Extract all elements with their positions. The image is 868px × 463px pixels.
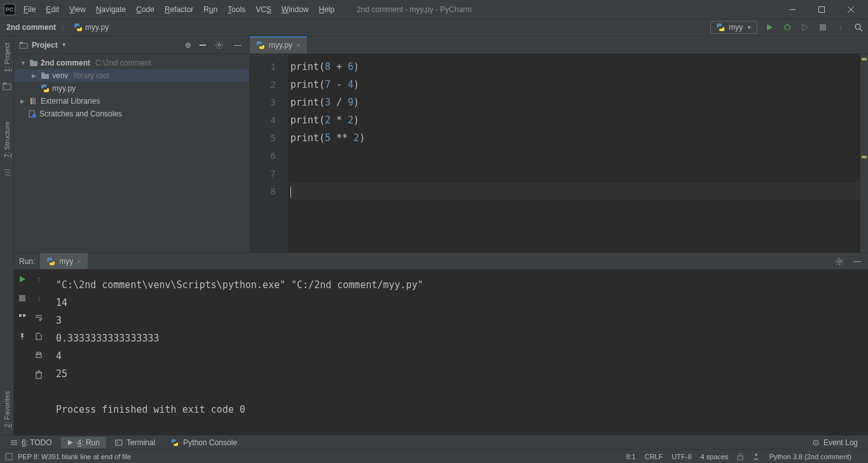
main-area: 1: Project 7: Structure 2: Favorites Pro… xyxy=(0,36,868,435)
breadcrumb: 2nd comment 〉 myy.py xyxy=(4,22,111,33)
run-bottom-tab[interactable]: 4: Run xyxy=(61,437,106,448)
debug-button[interactable] xyxy=(782,22,793,33)
python-interpreter[interactable]: Python 3.8 (2nd comment) xyxy=(769,453,851,460)
minimize-button[interactable] xyxy=(778,0,807,18)
console-line: 25 xyxy=(56,365,859,383)
readonly-toggle-icon[interactable] xyxy=(737,453,743,460)
scroll-down-button[interactable]: ↓ xyxy=(33,293,44,304)
event-log-tab[interactable]: Event Log xyxy=(806,437,864,448)
libraries-icon xyxy=(29,97,38,106)
panel-settings-button[interactable] xyxy=(215,41,227,50)
menu-tools[interactable]: Tools xyxy=(223,3,250,17)
run-with-coverage-button[interactable] xyxy=(799,22,811,33)
close-tab-icon[interactable]: × xyxy=(296,41,300,49)
stop-button[interactable] xyxy=(817,22,829,33)
menu-file[interactable]: File xyxy=(19,3,40,17)
hide-panel-button[interactable]: — xyxy=(231,41,244,50)
titlebar: PC File Edit View Navigate Code Refactor… xyxy=(0,0,868,18)
svg-marker-47 xyxy=(68,440,73,445)
run-configuration-selector[interactable]: myy ▼ xyxy=(710,21,757,34)
scroll-up-button[interactable]: ↑ xyxy=(33,273,44,285)
menu-window[interactable]: Window xyxy=(277,3,313,17)
editor-scrollbar[interactable] xyxy=(860,54,868,252)
console-output[interactable]: "C:\2nd comment\venv\Scripts\python.exe"… xyxy=(47,270,868,435)
layout-button[interactable] xyxy=(17,312,28,323)
tree-file-label: myy.py xyxy=(52,84,76,93)
menu-run[interactable]: Run xyxy=(199,3,222,17)
file-encoding[interactable]: UTF-8 xyxy=(672,453,691,460)
run-panel-header: Run: myy × — xyxy=(14,253,868,270)
todo-tab[interactable]: 6: TODO xyxy=(4,437,58,448)
warning-marker[interactable] xyxy=(862,58,867,60)
scroll-to-end-button[interactable] xyxy=(33,331,44,342)
python-console-tab[interactable]: Python Console xyxy=(164,437,243,448)
menu-refactor[interactable]: Refactor xyxy=(160,3,198,17)
pin-tab-button[interactable] xyxy=(17,331,28,342)
menu-edit[interactable]: Edit xyxy=(41,3,64,17)
indent-settings[interactable]: 4 spaces xyxy=(700,453,728,460)
run-panel-settings-button[interactable] xyxy=(834,256,845,267)
code-area[interactable]: print(8 + 6) print(7 - 4) print(3 / 9) p… xyxy=(288,54,860,252)
run-button[interactable] xyxy=(764,22,775,33)
project-tool-tab[interactable]: 1: Project xyxy=(3,40,11,74)
line-number-gutter: 12345678 xyxy=(250,54,288,252)
svg-rect-36 xyxy=(19,314,22,317)
svg-rect-29 xyxy=(32,98,34,104)
terminal-tab-label: Terminal xyxy=(126,438,155,447)
breadcrumb-project[interactable]: 2nd comment xyxy=(4,22,58,33)
structure-tool-tab[interactable]: 7: Structure xyxy=(3,119,11,160)
locate-file-button[interactable]: ⊕ xyxy=(182,41,194,50)
editor-tab-myy[interactable]: myy.py × xyxy=(250,36,307,53)
tree-root[interactable]: ▼ 2nd comment C:\2nd comment xyxy=(14,57,249,69)
console-line xyxy=(56,383,859,401)
svg-point-33 xyxy=(838,260,841,263)
terminal-tab[interactable]: Terminal xyxy=(109,437,161,448)
menu-help[interactable]: Help xyxy=(315,3,339,17)
soft-wrap-button[interactable] xyxy=(33,312,44,323)
favorites-tool-tab[interactable]: 2: Favorites xyxy=(3,389,11,430)
hide-run-panel-button[interactable]: — xyxy=(851,256,863,267)
svg-point-53 xyxy=(755,453,757,456)
print-button[interactable] xyxy=(33,350,44,361)
maximize-button[interactable] xyxy=(807,0,836,18)
menu-code[interactable]: Code xyxy=(132,3,159,17)
svg-point-12 xyxy=(855,24,860,29)
tree-external-libraries[interactable]: ▶ External Libraries xyxy=(14,95,249,107)
breadcrumb-file-label: myy.py xyxy=(85,23,109,32)
svg-rect-39 xyxy=(36,354,41,357)
console-line: 4 xyxy=(56,347,859,365)
svg-marker-4 xyxy=(767,24,773,31)
svg-rect-25 xyxy=(30,60,33,62)
project-panel-title: Project xyxy=(32,41,58,50)
clear-all-button[interactable] xyxy=(33,369,44,380)
tree-scratches[interactable]: Scratches and Consoles xyxy=(14,107,249,120)
tree-venv[interactable]: ▶ venv library root xyxy=(14,69,249,82)
line-separator[interactable]: CRLF xyxy=(644,453,663,460)
update-dependencies-icon[interactable]: ↓ xyxy=(835,22,846,33)
menu-navigate[interactable]: Navigate xyxy=(92,3,130,17)
search-everywhere-button[interactable] xyxy=(853,22,864,33)
warning-marker[interactable] xyxy=(862,156,867,158)
project-view-selector[interactable]: ▼ xyxy=(62,42,67,48)
svg-rect-40 xyxy=(37,352,41,354)
status-bar: PEP 8: W391 blank line at end of file 8:… xyxy=(0,449,868,463)
project-panel-header: Project ▼ ⊕ — xyxy=(14,36,249,54)
rerun-button[interactable] xyxy=(17,273,28,285)
python-icon xyxy=(716,23,725,32)
tree-root-path: C:\2nd comment xyxy=(95,59,151,67)
run-tab-myy[interactable]: myy × xyxy=(40,253,87,269)
menu-view[interactable]: View xyxy=(65,3,90,17)
svg-point-32 xyxy=(32,114,36,118)
close-button[interactable] xyxy=(836,0,865,18)
cursor-position[interactable]: 8:1 xyxy=(626,453,635,460)
tree-file-myy[interactable]: myy.py xyxy=(14,82,249,95)
inspections-icon[interactable] xyxy=(752,453,760,460)
svg-rect-11 xyxy=(820,24,826,31)
menu-vcs[interactable]: VCS xyxy=(251,3,276,17)
editor-body[interactable]: 12345678 print(8 + 6) print(7 - 4) print… xyxy=(250,54,868,252)
close-tab-icon[interactable]: × xyxy=(77,258,81,265)
breadcrumb-file[interactable]: myy.py xyxy=(71,22,111,33)
run-panel: Run: myy × — xyxy=(14,252,868,435)
collapse-all-button[interactable] xyxy=(198,41,211,50)
console-line: 3 xyxy=(56,312,859,329)
